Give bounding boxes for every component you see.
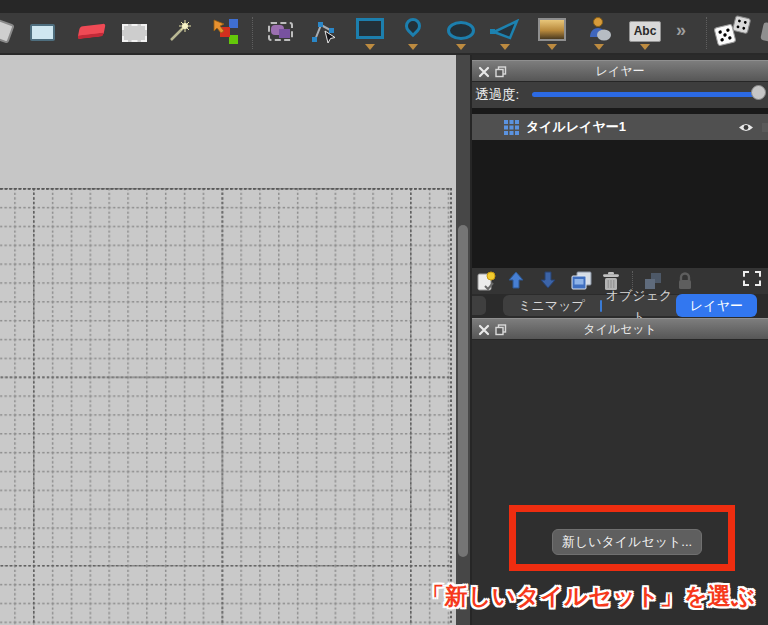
eraser-icon[interactable] xyxy=(77,24,105,40)
tab-minimap[interactable]: ミニマップ xyxy=(503,295,600,316)
tileset-panel-title: タイルセット xyxy=(472,319,768,340)
highlight-current-layer-button[interactable] xyxy=(743,271,761,286)
insert-polygon-dropdown-icon[interactable] xyxy=(500,44,510,50)
toolbar-clipped-tool-icon[interactable] xyxy=(760,22,768,42)
layer-visibility-eye-icon[interactable] xyxy=(738,122,754,133)
tiled-map-editor-window: Abc » xyxy=(0,0,768,625)
lock-layer-button-disabled[interactable] xyxy=(677,271,693,290)
tools-toolbar: Abc » xyxy=(0,13,768,55)
opacity-slider[interactable] xyxy=(532,92,760,97)
bucket-fill-icon[interactable] xyxy=(0,18,15,44)
insert-polygon-icon[interactable] xyxy=(490,19,520,41)
insert-text-dropdown-icon[interactable] xyxy=(640,44,650,50)
rectangular-select-icon[interactable] xyxy=(122,24,147,42)
tile-layer-icon xyxy=(504,120,519,135)
layer-list[interactable]: タイルレイヤー1 xyxy=(472,108,768,268)
select-same-tile-icon[interactable] xyxy=(212,18,240,46)
select-objects-icon[interactable] xyxy=(268,22,293,41)
annotation-text: 「新しいタイルセット」を選ぶ xyxy=(421,581,755,612)
insert-rectangle-dropdown-icon[interactable] xyxy=(365,44,375,50)
opacity-row: 透過度: xyxy=(472,82,768,108)
float-layers-panel-icon[interactable] xyxy=(495,66,507,78)
tab-layers-active[interactable]: レイヤー xyxy=(676,294,757,317)
window-top-strip xyxy=(0,0,768,13)
layer-row-tile-layer-1[interactable]: タイルレイヤー1 xyxy=(472,114,768,140)
layers-panel-header: レイヤー xyxy=(472,60,768,82)
dock-tab-row: ミニマップ オブジェクト レイヤー xyxy=(472,294,768,318)
magic-wand-icon[interactable] xyxy=(166,19,192,45)
toolbar-separator xyxy=(252,17,253,49)
insert-template-icon[interactable] xyxy=(586,17,612,41)
opacity-slider-handle[interactable] xyxy=(751,85,766,100)
random-mode-dice-icon[interactable] xyxy=(713,15,755,49)
layers-panel-title: レイヤー xyxy=(472,61,768,82)
insert-point-icon[interactable] xyxy=(402,15,425,38)
annotation-highlight-box xyxy=(509,505,735,571)
map-canvas[interactable] xyxy=(0,55,456,625)
tileset-panel-header: タイルセット xyxy=(472,318,768,340)
lower-layer-button[interactable] xyxy=(540,271,556,290)
new-layer-button[interactable] xyxy=(476,271,496,291)
shape-fill-icon[interactable] xyxy=(30,24,55,41)
canvas-vertical-scrollbar[interactable] xyxy=(456,55,470,625)
insert-tile-dropdown-icon[interactable] xyxy=(547,44,557,50)
insert-template-dropdown-icon[interactable] xyxy=(594,44,604,50)
layer-name: タイルレイヤー1 xyxy=(526,114,626,140)
scrollbar-thumb[interactable] xyxy=(458,225,468,557)
close-tileset-panel-icon[interactable] xyxy=(478,324,490,336)
clipped-tab-stub[interactable] xyxy=(472,296,486,315)
layer-row-edge-mark xyxy=(762,123,768,132)
raise-layer-button[interactable] xyxy=(508,271,524,290)
insert-ellipse-dropdown-icon[interactable] xyxy=(456,44,466,50)
dock-tab-bar: ミニマップ オブジェクト レイヤー xyxy=(503,295,757,316)
opacity-label: 透過度: xyxy=(475,86,519,104)
toolbar-separator xyxy=(706,17,707,49)
insert-point-dropdown-icon[interactable] xyxy=(408,44,418,50)
close-layers-panel-icon[interactable] xyxy=(478,66,490,78)
insert-ellipse-icon[interactable] xyxy=(447,21,475,40)
float-tileset-panel-icon[interactable] xyxy=(495,324,507,336)
insert-rectangle-icon[interactable] xyxy=(356,18,384,39)
duplicate-layer-button[interactable] xyxy=(571,271,593,291)
edit-polygons-icon[interactable] xyxy=(310,18,338,46)
insert-tile-icon[interactable] xyxy=(538,18,566,41)
insert-text-icon[interactable]: Abc xyxy=(629,21,661,42)
tile-grid[interactable] xyxy=(0,188,456,625)
toolbar-overflow-chevron-icon[interactable]: » xyxy=(676,20,686,41)
